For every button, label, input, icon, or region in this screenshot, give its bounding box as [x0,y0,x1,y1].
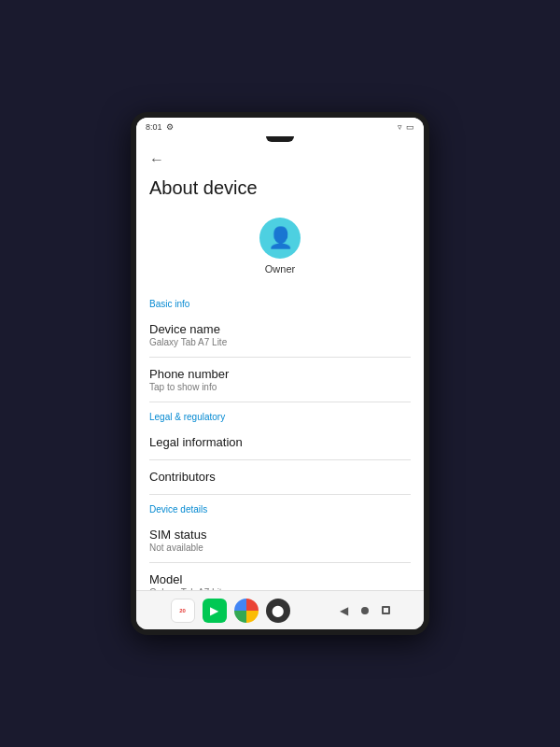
menu-item-device-name[interactable]: Device name Galaxy Tab A7 Lite [136,313,424,357]
person-icon: 👤 [268,228,293,248]
time-display: 8:01 [146,122,162,132]
play-store-icon[interactable]: ▶ [203,599,227,623]
section-header-device-details: Device details [136,495,424,518]
model-title: Model [149,572,411,586]
wifi-icon: ▿ [398,122,402,132]
settings-icon: ⚙ [166,122,174,132]
system-nav: ◀ [340,604,390,617]
device-name-subtitle: Galaxy Tab A7 Lite [149,337,411,347]
camera-icon[interactable]: ⬤ [266,599,290,623]
camera-notch [266,136,294,142]
status-left: 8:01 ⚙ [146,122,174,132]
back-nav-button[interactable]: ◀ [340,604,348,617]
sim-status-title: SIM status [149,528,411,542]
tablet-screen: 8:01 ⚙ ▿ ▭ ← About device 👤 Owner [136,118,424,629]
chrome-icon[interactable] [234,599,259,623]
battery-icon: ▭ [406,122,414,132]
tablet-device: 8:01 ⚙ ▿ ▭ ← About device 👤 Owner [131,112,429,635]
status-right: ▿ ▭ [398,122,414,132]
sim-status-subtitle: Not available [149,543,411,553]
menu-item-contributors[interactable]: Contributors [136,460,424,494]
legal-information-title: Legal information [149,435,411,449]
camera-area [136,136,424,144]
content-area: ← About device 👤 Owner Basic info Device… [136,144,424,590]
phone-number-subtitle: Tap to show info [149,382,411,392]
menu-item-legal-information[interactable]: Legal information [136,426,424,459]
app-shortcuts: 20 ▶ ⬤ [171,599,290,623]
back-button[interactable]: ← [136,144,424,172]
menu-item-sim-status[interactable]: SIM status Not available [136,518,424,562]
section-header-legal: Legal & regulatory [136,402,424,426]
menu-item-phone-number[interactable]: Phone number Tap to show info [136,358,424,402]
nav-bar: 20 ▶ ⬤ ◀ [136,590,424,629]
phone-number-title: Phone number [149,367,411,381]
contributors-title: Contributors [149,470,411,484]
owner-section[interactable]: 👤 Owner [136,210,424,289]
calendar-app-icon[interactable]: 20 [171,599,195,623]
status-bar: 8:01 ⚙ ▿ ▭ [136,118,424,136]
page-title: About device [136,172,424,210]
play-triangle: ▶ [210,604,218,617]
device-name-title: Device name [149,322,411,336]
menu-item-model[interactable]: Model Galaxy Tab A7 Lite [136,563,424,590]
camera-symbol: ⬤ [272,604,284,617]
avatar: 👤 [259,218,301,259]
owner-label: Owner [265,263,295,275]
recents-nav-button[interactable] [382,606,390,614]
home-nav-button[interactable] [361,607,369,614]
section-header-basic-info: Basic info [136,289,424,313]
calendar-month-label: 20 [179,608,186,613]
